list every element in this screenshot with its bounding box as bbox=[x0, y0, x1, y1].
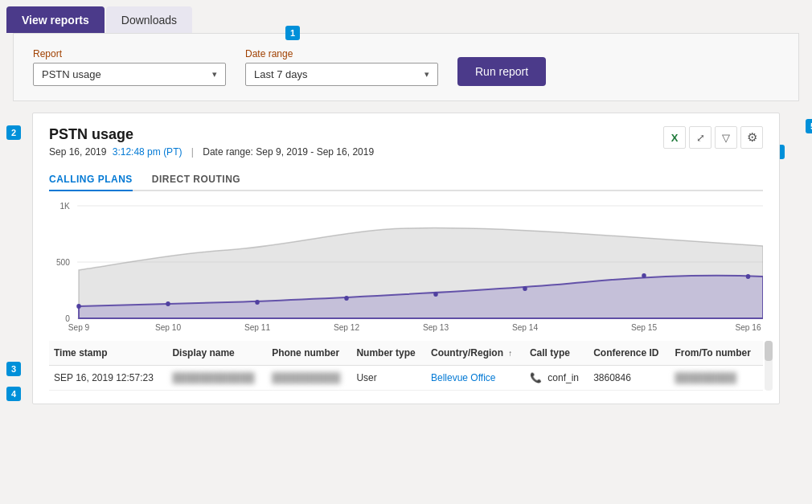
cell-from-to-number: █████████ bbox=[670, 366, 763, 391]
step-badge-4: 4 bbox=[6, 387, 21, 401]
pstn-chart: 1K 500 0 Sep 9 Sep 10 Sep 11 bbox=[49, 198, 763, 334]
date-range-select[interactable]: Last 7 days ▾ bbox=[245, 63, 438, 86]
scrollbar-thumb[interactable] bbox=[765, 341, 773, 361]
cell-timestamp: SEP 16, 2019 12:57:23 bbox=[49, 366, 167, 391]
svg-point-8 bbox=[255, 300, 260, 305]
cell-display-name-value: ████████████ bbox=[172, 372, 254, 383]
svg-point-11 bbox=[523, 286, 527, 291]
svg-text:500: 500 bbox=[56, 257, 70, 267]
country-region-link[interactable]: Bellevue Office bbox=[431, 372, 496, 383]
tab-direct-routing[interactable]: DIRECT ROUTING bbox=[152, 169, 240, 191]
svg-text:Sep 12: Sep 12 bbox=[334, 322, 359, 332]
cell-from-to-value: █████████ bbox=[675, 372, 736, 383]
col-phone-number: Phone number bbox=[267, 341, 351, 366]
svg-point-10 bbox=[433, 292, 438, 297]
report-toolbar: X ⤢ ▽ ⚙ bbox=[663, 126, 763, 149]
col-country-region[interactable]: Country/Region ↑ bbox=[426, 341, 525, 366]
tab-view-reports[interactable]: View reports bbox=[6, 6, 105, 33]
col-timestamp: Time stamp bbox=[49, 341, 167, 366]
svg-text:Sep 11: Sep 11 bbox=[244, 322, 270, 332]
table-header-row: Time stamp Display name Phone number Num… bbox=[49, 341, 763, 366]
svg-text:Sep 16: Sep 16 bbox=[735, 322, 761, 332]
meta-separator: | bbox=[191, 146, 196, 158]
tab-bar: View reports Downloads bbox=[0, 0, 812, 33]
col-number-type: Number type bbox=[351, 341, 426, 366]
date-range-chevron-icon: ▾ bbox=[424, 69, 429, 80]
report-header: PSTN usage Sep 16, 2019 3:12:48 pm (PT) … bbox=[49, 126, 763, 158]
report-control-group: Report PSTN usage ▾ bbox=[33, 48, 226, 86]
sort-arrow-icon: ↑ bbox=[508, 349, 512, 358]
col-call-type: Call type bbox=[525, 341, 588, 366]
cell-number-type: User bbox=[351, 366, 426, 391]
report-date: Sep 16, 2019 bbox=[49, 146, 106, 158]
svg-point-12 bbox=[642, 273, 646, 278]
cell-conference-id: 3860846 bbox=[588, 366, 670, 391]
table-scroll-area: Time stamp Display name Phone number Num… bbox=[49, 341, 763, 391]
step-badge-5: 5 bbox=[806, 119, 812, 133]
chart-area: 1K 500 0 Sep 9 Sep 10 Sep 11 bbox=[49, 198, 763, 334]
call-icon: 📞 bbox=[530, 372, 542, 383]
svg-text:1K: 1K bbox=[59, 201, 69, 211]
svg-text:Sep 15: Sep 15 bbox=[631, 322, 657, 332]
cell-phone-number: ██████████ bbox=[267, 366, 351, 391]
report-title: PSTN usage bbox=[49, 126, 374, 143]
chart-tabs: CALLING PLANS DIRECT ROUTING bbox=[49, 169, 763, 191]
cell-phone-value: ██████████ bbox=[272, 372, 340, 383]
col-from-to-number: From/To number bbox=[670, 341, 763, 366]
col-display-name: Display name bbox=[167, 341, 267, 366]
col-conference-id: Conference ID bbox=[588, 341, 670, 366]
data-table: Time stamp Display name Phone number Num… bbox=[49, 341, 763, 391]
svg-point-13 bbox=[746, 274, 751, 279]
svg-text:Sep 14: Sep 14 bbox=[512, 322, 538, 332]
step-badge-3: 3 bbox=[6, 362, 21, 376]
table-row: SEP 16, 2019 12:57:23 ████████████ █████… bbox=[49, 366, 763, 391]
expand-button[interactable]: ⤢ bbox=[689, 126, 712, 149]
date-range-label: Date range bbox=[245, 48, 438, 59]
cell-display-name: ████████████ bbox=[167, 366, 267, 391]
excel-export-button[interactable]: X bbox=[663, 126, 686, 149]
cell-country-region: Bellevue Office bbox=[426, 366, 525, 391]
run-report-button[interactable]: Run report bbox=[457, 57, 546, 86]
step-badge-2: 2 bbox=[6, 125, 21, 140]
report-panel: PSTN usage Sep 16, 2019 3:12:48 pm (PT) … bbox=[32, 113, 780, 404]
settings-button[interactable]: ⚙ bbox=[740, 126, 763, 149]
report-select[interactable]: PSTN usage ▾ bbox=[33, 63, 226, 86]
svg-point-9 bbox=[344, 296, 349, 301]
svg-text:Sep 13: Sep 13 bbox=[423, 322, 449, 332]
report-date-range-text: Date range: Sep 9, 2019 - Sep 16, 2019 bbox=[203, 146, 374, 158]
report-time: 3:12:48 pm (PT) bbox=[113, 146, 182, 158]
svg-text:Sep 9: Sep 9 bbox=[68, 322, 90, 332]
tab-calling-plans[interactable]: CALLING PLANS bbox=[49, 169, 133, 191]
report-label: Report bbox=[33, 48, 226, 59]
svg-text:Sep 10: Sep 10 bbox=[155, 322, 181, 332]
svg-point-6 bbox=[76, 304, 81, 309]
report-controls: 1 Report PSTN usage ▾ Date range Last 7 … bbox=[13, 33, 799, 101]
date-range-control-group: Date range Last 7 days ▾ bbox=[245, 48, 438, 86]
report-chevron-icon: ▾ bbox=[212, 69, 217, 80]
filter-button[interactable]: ▽ bbox=[715, 126, 737, 149]
tab-downloads[interactable]: Downloads bbox=[106, 6, 192, 33]
cell-call-type: 📞 conf_in bbox=[525, 366, 588, 391]
step-badge-1: 1 bbox=[285, 26, 300, 40]
scrollbar-track[interactable] bbox=[765, 341, 773, 391]
svg-point-7 bbox=[166, 301, 170, 306]
report-meta: Sep 16, 2019 3:12:48 pm (PT) | Date rang… bbox=[49, 146, 374, 158]
